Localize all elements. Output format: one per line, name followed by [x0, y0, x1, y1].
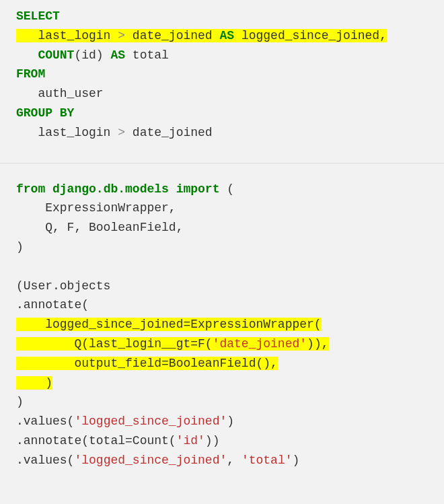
sql-text: last_login	[16, 29, 118, 42]
highlighted-segment: logged_since_joined=ExpressionWrapper(	[16, 318, 322, 331]
sql-keyword-groupby: GROUP BY	[16, 106, 74, 120]
code-line: )	[16, 373, 428, 393]
py-text: .values(	[16, 454, 74, 467]
code-line: last_login > date_joined AS logged_since…	[16, 26, 428, 46]
highlighted-segment: output_field=BooleanField(),	[16, 357, 278, 370]
highlighted-segment: last_login > date_joined AS logged_since…	[16, 29, 387, 42]
code-line: GROUP BY	[16, 104, 428, 123]
code-line: Q, F, BooleanField,	[16, 218, 428, 238]
code-line: .annotate(total=Count('id'))	[16, 431, 428, 451]
py-text: )	[16, 240, 24, 254]
py-text: output_field=BooleanField(),	[16, 357, 278, 370]
highlighted-segment: Q(last_login__gt=F('date_joined')),	[16, 337, 329, 351]
py-text: ExpressionWrapper,	[16, 201, 176, 215]
py-text: ))	[205, 434, 220, 447]
py-string-literal: 'id'	[176, 434, 205, 447]
code-line: SELECT	[16, 7, 428, 26]
indent	[16, 48, 38, 62]
code-line: FROM	[16, 65, 428, 84]
code-line: output_field=BooleanField(),	[16, 354, 428, 373]
py-string-literal: 'logged_since_joined'	[74, 415, 227, 428]
py-text: )	[227, 415, 234, 428]
py-string-literal: 'logged_since_joined'	[74, 454, 227, 467]
code-line: COUNT(id) AS total	[16, 46, 428, 65]
py-module-path: django.db.models	[45, 182, 176, 196]
code-line: (User.objects	[16, 277, 428, 296]
sql-text: total	[125, 48, 169, 62]
py-text: )),	[307, 337, 328, 351]
code-line: .annotate(	[16, 295, 428, 315]
py-text: (	[219, 182, 234, 196]
code-line: )	[16, 392, 428, 412]
code-line: )	[16, 238, 428, 257]
greater-than-icon: >	[118, 126, 125, 139]
py-keyword-from: from	[16, 182, 45, 196]
py-string-literal: 'total'	[242, 454, 293, 467]
py-text: )	[16, 395, 24, 408]
sql-text: auth_user	[16, 87, 104, 100]
py-keyword-import: import	[176, 182, 220, 196]
py-text: Q, F, BooleanField,	[16, 221, 183, 234]
code-line: Q(last_login__gt=F('date_joined')),	[16, 334, 428, 354]
sql-text: date_joined	[125, 126, 213, 139]
sql-text: last_login	[16, 126, 118, 139]
code-line: logged_since_joined=ExpressionWrapper(	[16, 315, 428, 334]
code-line: last_login > date_joined	[16, 123, 428, 143]
py-text: Q(last_login__gt=F(	[16, 337, 213, 351]
py-text: ,	[227, 454, 242, 467]
code-line: .values('logged_since_joined', 'total')	[16, 451, 428, 470]
sql-keyword-count: COUNT	[38, 48, 74, 62]
py-text: )	[293, 454, 300, 467]
sql-keyword-select: SELECT	[16, 9, 60, 23]
sql-text: (id)	[74, 48, 110, 62]
sql-text: date_joined	[125, 29, 219, 42]
sql-keyword-from: FROM	[16, 67, 45, 81]
sql-code-block: SELECT last_login > date_joined AS logge…	[0, 0, 444, 164]
sql-keyword-as: AS	[110, 48, 125, 62]
py-text: .annotate(total=Count(	[16, 434, 176, 447]
py-text: )	[16, 376, 52, 390]
code-line: ExpressionWrapper,	[16, 199, 428, 218]
py-text: .values(	[16, 415, 74, 428]
code-line: .values('logged_since_joined')	[16, 412, 428, 431]
code-line: auth_user	[16, 84, 428, 104]
sql-keyword-as: AS	[219, 29, 234, 42]
py-string-literal: 'date_joined'	[213, 337, 307, 351]
py-text: .annotate(	[16, 298, 89, 312]
py-text: logged_since_joined=ExpressionWrapper(	[16, 318, 322, 331]
highlighted-segment: )	[16, 376, 52, 390]
python-code-block: from django.db.models import ( Expressio…	[0, 164, 444, 487]
code-line: from django.db.models import (	[16, 180, 428, 199]
code-line	[16, 257, 428, 277]
sql-text: logged_since_joined,	[234, 29, 387, 42]
py-text: (User.objects	[16, 279, 110, 293]
greater-than-icon: >	[118, 29, 125, 42]
